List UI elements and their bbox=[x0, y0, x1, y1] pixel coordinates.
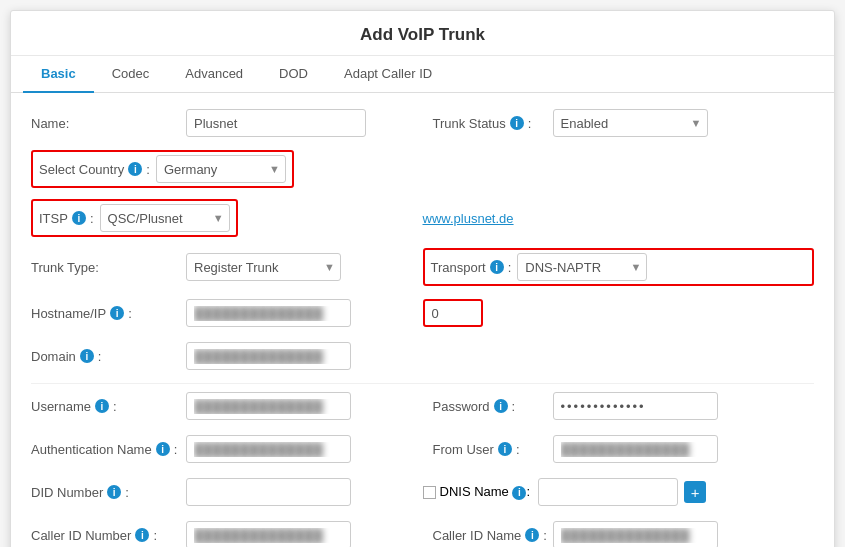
itsp-select-wrap: QSC/Plusnet ▼ bbox=[100, 204, 230, 232]
trunk-status-info-icon[interactable]: i bbox=[510, 116, 524, 130]
select-country-highlighted: Select Country i: Germany USA UK ▼ bbox=[31, 150, 294, 188]
port-input[interactable] bbox=[423, 299, 483, 327]
itsp-select[interactable]: QSC/Plusnet bbox=[100, 204, 230, 232]
tab-codec[interactable]: Codec bbox=[94, 56, 168, 93]
dnis-name-info-icon[interactable]: i bbox=[512, 486, 526, 500]
caller-id-number-row: Caller ID Number i: Caller ID Name i: bbox=[31, 519, 814, 547]
tab-bar: Basic Codec Advanced DOD Adapt Caller ID bbox=[11, 56, 834, 93]
modal-title: Add VoIP Trunk bbox=[11, 11, 834, 56]
add-voip-trunk-modal: Add VoIP Trunk Basic Codec Advanced DOD … bbox=[10, 10, 835, 547]
auth-name-info-icon[interactable]: i bbox=[156, 442, 170, 456]
trunk-type-select-wrap: Register Trunk Peer Trunk ▼ bbox=[186, 253, 341, 281]
did-number-info-icon[interactable]: i bbox=[107, 485, 121, 499]
hostname-row: Hostname/IP i: bbox=[31, 297, 814, 329]
trunk-status-label: Trunk Status i: bbox=[433, 116, 553, 131]
hostname-label: Hostname/IP i: bbox=[31, 306, 186, 321]
name-input[interactable] bbox=[186, 109, 366, 137]
domain-row: Domain i: bbox=[31, 340, 814, 372]
trunk-type-row: Trunk Type: Register Trunk Peer Trunk ▼ … bbox=[31, 248, 814, 286]
auth-name-row: Authentication Name i: From User i: bbox=[31, 433, 814, 465]
transport-label: Transport i: bbox=[431, 260, 512, 275]
did-number-input[interactable] bbox=[186, 478, 351, 506]
from-user-label: From User i: bbox=[433, 442, 553, 457]
caller-id-name-info-icon[interactable]: i bbox=[525, 528, 539, 542]
from-user-info-icon[interactable]: i bbox=[498, 442, 512, 456]
username-info-icon[interactable]: i bbox=[95, 399, 109, 413]
tab-basic[interactable]: Basic bbox=[23, 56, 94, 93]
did-number-row: DID Number i: DNIS Name i: + bbox=[31, 476, 814, 508]
trunk-status-select[interactable]: Enabled Disabled bbox=[553, 109, 708, 137]
tab-dod[interactable]: DOD bbox=[261, 56, 326, 93]
trunk-type-select[interactable]: Register Trunk Peer Trunk bbox=[186, 253, 341, 281]
itsp-label: ITSP i: bbox=[39, 211, 94, 226]
itsp-link[interactable]: www.plusnet.de bbox=[423, 211, 514, 226]
caller-id-name-label: Caller ID Name i: bbox=[433, 528, 553, 543]
itsp-row: ITSP i: QSC/Plusnet ▼ www.plusnet.de bbox=[31, 199, 814, 237]
username-row: Username i: Password i: bbox=[31, 390, 814, 422]
form-body: Name: Trunk Status i: Enabled Disabled ▼ bbox=[11, 93, 834, 547]
transport-select-wrap: DNS-NAPTR UDP TCP TLS ▼ bbox=[517, 253, 647, 281]
itsp-highlighted: ITSP i: QSC/Plusnet ▼ bbox=[31, 199, 238, 237]
password-input[interactable] bbox=[553, 392, 718, 420]
auth-name-input[interactable] bbox=[186, 435, 351, 463]
from-user-input[interactable] bbox=[553, 435, 718, 463]
domain-input[interactable] bbox=[186, 342, 351, 370]
caller-id-number-input[interactable] bbox=[186, 521, 351, 547]
did-number-label: DID Number i: bbox=[31, 485, 186, 500]
select-country-info-icon[interactable]: i bbox=[128, 162, 142, 176]
name-label: Name: bbox=[31, 116, 186, 131]
username-label: Username i: bbox=[31, 399, 186, 414]
transport-info-icon[interactable]: i bbox=[490, 260, 504, 274]
caller-id-name-input[interactable] bbox=[553, 521, 718, 547]
caller-id-number-label: Caller ID Number i: bbox=[31, 528, 186, 543]
trunk-status-select-wrap: Enabled Disabled ▼ bbox=[553, 109, 708, 137]
dnis-name-input[interactable] bbox=[538, 478, 678, 506]
select-country-select-wrap: Germany USA UK ▼ bbox=[156, 155, 286, 183]
add-did-button[interactable]: + bbox=[684, 481, 706, 503]
dnis-name-checkbox[interactable] bbox=[423, 486, 436, 499]
itsp-info-icon[interactable]: i bbox=[72, 211, 86, 225]
domain-info-icon[interactable]: i bbox=[80, 349, 94, 363]
select-country-select[interactable]: Germany USA UK bbox=[156, 155, 286, 183]
auth-name-label: Authentication Name i: bbox=[31, 442, 186, 457]
transport-highlighted: Transport i: DNS-NAPTR UDP TCP TLS ▼ bbox=[423, 248, 815, 286]
dnis-name-label: DNIS Name i: bbox=[440, 484, 531, 500]
hostname-input[interactable] bbox=[186, 299, 351, 327]
username-input[interactable] bbox=[186, 392, 351, 420]
select-country-row: Select Country i: Germany USA UK ▼ bbox=[31, 150, 814, 188]
name-row: Name: Trunk Status i: Enabled Disabled ▼ bbox=[31, 107, 814, 139]
domain-label: Domain i: bbox=[31, 349, 186, 364]
tab-adapt-caller-id[interactable]: Adapt Caller ID bbox=[326, 56, 450, 93]
trunk-type-label: Trunk Type: bbox=[31, 260, 186, 275]
password-info-icon[interactable]: i bbox=[494, 399, 508, 413]
caller-id-number-info-icon[interactable]: i bbox=[135, 528, 149, 542]
select-country-label: Select Country i: bbox=[39, 162, 150, 177]
password-label: Password i: bbox=[433, 399, 553, 414]
hostname-info-icon[interactable]: i bbox=[110, 306, 124, 320]
transport-select[interactable]: DNS-NAPTR UDP TCP TLS bbox=[517, 253, 647, 281]
tab-advanced[interactable]: Advanced bbox=[167, 56, 261, 93]
